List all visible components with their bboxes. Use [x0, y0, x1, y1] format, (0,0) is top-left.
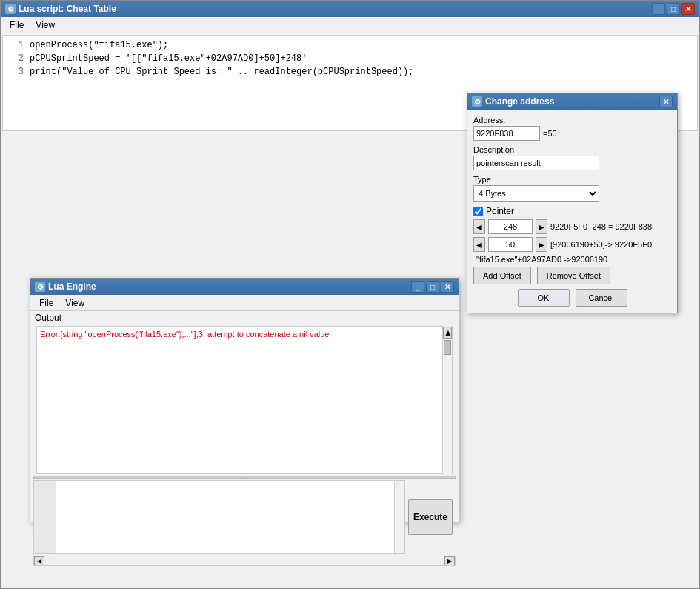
menu-file[interactable]: File [4, 19, 30, 32]
ok-cancel-row: OK Cancel [473, 289, 671, 307]
line-num-3: 3 [9, 65, 24, 79]
pointer-row-1: ◀ ▶ 9220F5F0+248 = 9220F838 [473, 219, 671, 234]
output-text: Error:[string "openProcess("fifa15.exe")… [40, 330, 329, 339]
type-select[interactable]: 4 Bytes 1 Byte 2 Bytes 8 Bytes Float Dou… [473, 185, 599, 202]
change-address-title-bar: ⚙ Change address ✕ [467, 93, 677, 110]
code-line-1: 1 openProcess("fifa15.exe"); [9, 39, 691, 52]
scroll-up-btn[interactable]: ▲ [443, 327, 452, 339]
line-num-2: 2 [9, 52, 24, 65]
pointer-checkbox-row: Pointer [473, 206, 671, 216]
pointer-string: "fifa15.exe"+02A97AD0 ->92006190 [473, 255, 671, 264]
ok-button[interactable]: OK [518, 289, 570, 307]
input-container [33, 480, 405, 554]
address-label: Address: [473, 116, 671, 124]
main-window-title: Lua script: Cheat Table [19, 4, 116, 14]
code-text-3: print("Value of CPU Sprint Speed is: " .… [30, 65, 413, 79]
pointer2-right-btn[interactable]: ▶ [536, 237, 547, 252]
remove-offset-button[interactable]: Remove Offset [537, 267, 610, 284]
change-address-icon: ⚙ [472, 96, 482, 107]
pointer2-offset-input[interactable] [488, 237, 533, 252]
pointer2-calc: [92006190+50]-> 9220F5F0 [550, 240, 652, 249]
type-label: Type [473, 175, 671, 184]
description-input[interactable] [473, 156, 599, 170]
change-address-title: Change address [485, 96, 554, 107]
lua-menu-file[interactable]: File [33, 296, 59, 310]
output-label: Output [30, 311, 459, 325]
cancel-button[interactable]: Cancel [576, 289, 627, 307]
pointer2-left-btn[interactable]: ◀ [473, 237, 485, 252]
pointer-checkbox[interactable] [473, 207, 483, 216]
pointer1-left-btn[interactable]: ◀ [473, 219, 485, 234]
description-label: Description [473, 145, 671, 154]
add-offset-button[interactable]: Add Offset [473, 267, 531, 284]
lua-engine-controls: _ □ ✕ [411, 281, 454, 293]
pointer1-offset-input[interactable] [488, 219, 533, 234]
h-scrollbar[interactable]: ◀ ▶ [33, 556, 456, 566]
change-address-controls: ✕ [659, 96, 673, 107]
line-num-1: 1 [9, 39, 24, 52]
change-address-content: Address: =50 Description Type 4 Bytes 1 … [467, 110, 677, 313]
main-menu-bar: File View [1, 17, 699, 33]
lua-engine-menu-bar: File View [30, 295, 459, 311]
input-row: Execute [33, 480, 456, 554]
code-line-2: 2 pCPUSprintSpeed = '[["fifa15.exe"+02A9… [9, 52, 691, 65]
lua-maximize-button[interactable]: □ [426, 281, 439, 293]
code-text-2: pCPUSprintSpeed = '[["fifa15.exe"+02A97A… [30, 52, 307, 65]
h-scroll-left[interactable]: ◀ [34, 556, 44, 565]
pointer1-calc: 9220F5F0+248 = 9220F838 [550, 222, 652, 231]
lua-engine-icon: ⚙ [35, 282, 45, 292]
offset-button-row: Add Offset Remove Offset [473, 267, 671, 284]
h-scroll-right[interactable]: ▶ [444, 556, 455, 565]
main-title-bar: ⚙ Lua script: Cheat Table _ □ ✕ [1, 1, 699, 17]
execute-button[interactable]: Execute [408, 499, 453, 535]
output-container: Error:[string "openProcess("fifa15.exe")… [33, 326, 456, 474]
main-window-icon: ⚙ [5, 4, 16, 14]
menu-view[interactable]: View [30, 19, 61, 32]
pointer-row-2: ◀ ▶ [92006190+50]-> 9220F5F0 [473, 237, 671, 252]
lua-menu-view[interactable]: View [59, 296, 90, 310]
input-line-numbers [34, 481, 56, 553]
lua-minimize-button[interactable]: _ [411, 281, 424, 293]
lua-close-button[interactable]: ✕ [441, 281, 454, 293]
minimize-button[interactable]: _ [652, 3, 665, 15]
type-row: 4 Bytes 1 Byte 2 Bytes 8 Bytes Float Dou… [473, 185, 671, 202]
close-button[interactable]: ✕ [681, 3, 695, 15]
divider[interactable]: · · · · · · · · · · [33, 476, 456, 479]
output-area[interactable]: Error:[string "openProcess("fifa15.exe")… [36, 326, 453, 474]
input-scrollbar[interactable] [394, 481, 404, 553]
address-row: =50 [473, 126, 671, 141]
pointer-label: Pointer [486, 206, 514, 216]
output-scrollbar[interactable]: ▲ [442, 326, 453, 474]
address-offset: =50 [543, 129, 557, 138]
maximize-button[interactable]: □ [667, 3, 680, 15]
input-text-area[interactable] [56, 481, 404, 553]
lua-engine-title: Lua Engine [48, 282, 96, 292]
code-text-1: openProcess("fifa15.exe"); [30, 39, 168, 52]
main-window-controls: _ □ ✕ [652, 3, 695, 15]
address-input[interactable] [473, 126, 540, 141]
change-address-dialog: ⚙ Change address ✕ Address: =50 Descript… [467, 93, 678, 313]
change-address-close-button[interactable]: ✕ [659, 96, 673, 107]
lua-engine-title-bar: ⚙ Lua Engine _ □ ✕ [30, 279, 459, 295]
description-row [473, 156, 671, 170]
scroll-thumb[interactable] [444, 340, 451, 355]
lua-engine-dialog: ⚙ Lua Engine _ □ ✕ File View Output Erro… [30, 278, 459, 522]
code-line-3: 3 print("Value of CPU Sprint Speed is: "… [9, 65, 691, 79]
pointer1-right-btn[interactable]: ▶ [536, 219, 547, 234]
